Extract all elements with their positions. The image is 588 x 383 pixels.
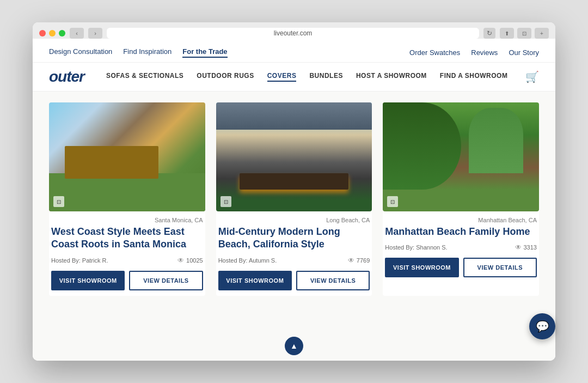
back-button[interactable]: ‹ <box>70 28 84 39</box>
card-image-2: ⊡ <box>216 102 372 211</box>
nav-design-consultation[interactable]: Design Consultation <box>49 47 112 58</box>
chat-button[interactable]: 💬 <box>529 313 555 339</box>
card-meta-2: Hosted By: Autumn S. 👁 7769 <box>218 257 370 264</box>
nav-covers[interactable]: COVERS <box>267 72 297 82</box>
card-title-1: West Coast Style Meets East Coast Roots … <box>51 226 203 251</box>
card-photo-1 <box>49 102 205 211</box>
card-views-2: 👁 7769 <box>348 257 370 264</box>
visit-showroom-button-1[interactable]: VISIT SHOWROOM <box>51 271 125 290</box>
card-actions-2: VISIT SHOWROOM VIEW DETAILS <box>218 271 370 290</box>
showroom-card-1: ⊡ Santa Monica, CA West Coast Style Meet… <box>49 102 205 296</box>
new-tab-button[interactable]: + <box>535 28 549 39</box>
card-hosted-by-3: Hosted By: Shannon S. <box>385 244 447 251</box>
main-content: ⊡ Santa Monica, CA West Coast Style Meet… <box>33 92 555 331</box>
card-title-3: Manhattan Beach Family Home <box>385 226 537 238</box>
card-body-3: Manhattan Beach, CA Manhattan Beach Fami… <box>383 211 539 283</box>
share-button[interactable]: ⬆ <box>500 28 514 39</box>
card-actions-1: VISIT SHOWROOM VIEW DETAILS <box>51 271 203 290</box>
views-icon-2: 👁 <box>348 257 354 264</box>
maximize-button[interactable] <box>59 30 65 37</box>
card-hosted-by-1: Hosted By: Patrick R. <box>51 257 108 264</box>
nav-host-showroom[interactable]: HOST A SHOWROOM <box>356 72 427 82</box>
browser-window: ‹ › liveouter.com ↻ ⬆ ⊡ + Design Consult… <box>33 22 555 361</box>
utility-nav-right: Order Swatches Reviews Our Story <box>409 48 539 57</box>
utility-nav: Design Consultation Find Inspiration For… <box>33 43 555 63</box>
view-details-button-1[interactable]: VIEW DETAILS <box>129 271 203 290</box>
card-photo-2 <box>216 102 372 211</box>
card-location-1: Santa Monica, CA <box>51 217 203 223</box>
card-meta-1: Hosted By: Patrick R. 👁 10025 <box>51 257 203 264</box>
nav-bundles[interactable]: BUNDLES <box>309 72 343 82</box>
card-body-1: Santa Monica, CA West Coast Style Meets … <box>49 211 205 296</box>
showroom-card-3: ⊡ Manhattan Beach, CA Manhattan Beach Fa… <box>383 102 539 296</box>
views-count-1: 10025 <box>186 257 203 264</box>
card-location-3: Manhattan Beach, CA <box>385 217 537 223</box>
view-details-button-3[interactable]: VIEW DETAILS <box>463 258 537 277</box>
photo-icon-3: ⊡ <box>387 196 398 207</box>
showroom-card-2: ⊡ Long Beach, CA Mid-Century Modern Long… <box>216 102 372 296</box>
cards-grid: ⊡ Santa Monica, CA West Coast Style Meet… <box>49 102 539 296</box>
forward-button[interactable]: › <box>88 28 102 39</box>
traffic-lights <box>39 30 65 37</box>
browser-chrome: ‹ › liveouter.com ↻ ⬆ ⊡ + <box>33 22 555 39</box>
utility-nav-left: Design Consultation Find Inspiration For… <box>49 47 228 58</box>
visit-showroom-button-3[interactable]: VISIT SHOWROOM <box>385 258 458 277</box>
photo-icon-1: ⊡ <box>53 196 64 207</box>
visit-showroom-button-2[interactable]: VISIT SHOWROOM <box>218 271 292 290</box>
views-icon-3: 👁 <box>515 244 522 251</box>
views-icon-1: 👁 <box>177 257 184 264</box>
card-photo-3 <box>383 102 539 211</box>
card-actions-3: VISIT SHOWROOM VIEW DETAILS <box>385 258 537 277</box>
nav-reviews[interactable]: Reviews <box>471 48 498 57</box>
card-location-2: Long Beach, CA <box>218 217 370 223</box>
scroll-up-button[interactable]: ▲ <box>285 337 303 355</box>
card-views-3: 👁 3313 <box>515 244 537 251</box>
card-meta-3: Hosted By: Shannon S. 👁 3313 <box>385 244 537 251</box>
card-image-3: ⊡ <box>383 102 539 211</box>
card-title-2: Mid-Century Modern Long Beach, Californi… <box>218 226 370 251</box>
bottom-bar: ▲ <box>33 331 555 361</box>
main-nav-links: SOFAS & SECTIONALS OUTDOOR RUGS COVERS B… <box>106 72 509 82</box>
nav-order-swatches[interactable]: Order Swatches <box>409 48 460 57</box>
website-content: Design Consultation Find Inspiration For… <box>33 43 555 361</box>
card-hosted-by-2: Hosted By: Autumn S. <box>218 257 277 264</box>
cart-icon[interactable]: 🛒 <box>525 70 539 83</box>
url-text: liveouter.com <box>274 29 313 37</box>
main-nav: outer SOFAS & SECTIONALS OUTDOOR RUGS CO… <box>33 63 555 92</box>
nav-for-the-trade[interactable]: For the Trade <box>182 47 227 58</box>
site-logo[interactable]: outer <box>49 68 84 86</box>
tab-button[interactable]: ⊡ <box>517 28 531 39</box>
card-views-1: 👁 10025 <box>177 257 203 264</box>
view-details-button-2[interactable]: VIEW DETAILS <box>296 271 370 290</box>
card-body-2: Long Beach, CA Mid-Century Modern Long B… <box>216 211 372 296</box>
nav-sofas-sectionals[interactable]: SOFAS & SECTIONALS <box>106 72 183 82</box>
reload-button[interactable]: ↻ <box>483 28 495 39</box>
nav-find-showroom[interactable]: FIND A SHOWROOM <box>440 72 508 82</box>
minimize-button[interactable] <box>49 30 56 37</box>
views-count-3: 3313 <box>524 244 537 251</box>
browser-controls: ‹ › liveouter.com ↻ ⬆ ⊡ + <box>39 28 549 39</box>
close-button[interactable] <box>39 30 46 37</box>
address-bar[interactable]: liveouter.com <box>107 28 479 39</box>
views-count-2: 7769 <box>357 257 370 264</box>
nav-find-inspiration[interactable]: Find Inspiration <box>123 47 171 58</box>
card-image-1: ⊡ <box>49 102 205 211</box>
nav-outdoor-rugs[interactable]: OUTDOOR RUGS <box>197 72 254 82</box>
photo-icon-2: ⊡ <box>220 196 231 207</box>
nav-our-story[interactable]: Our Story <box>509 48 539 57</box>
browser-actions: ⬆ ⊡ + <box>500 28 549 39</box>
